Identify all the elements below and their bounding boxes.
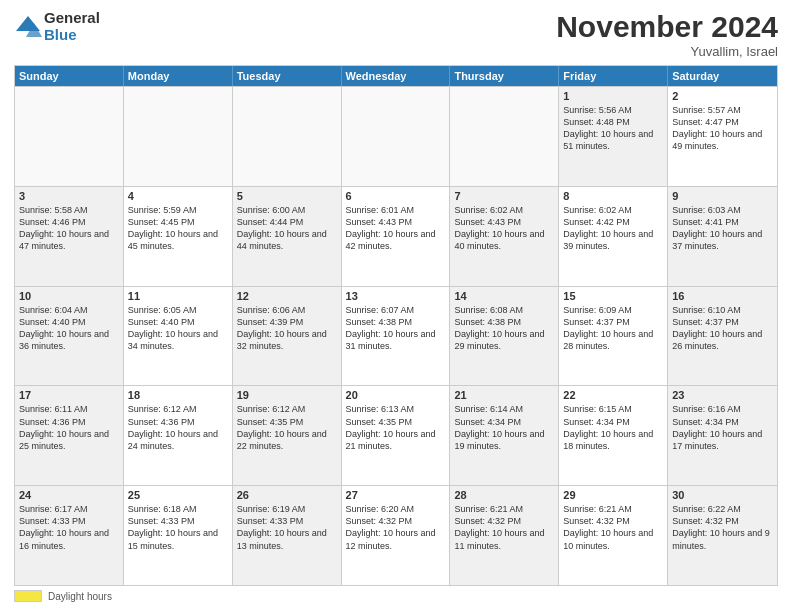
day-number: 29 bbox=[563, 489, 663, 501]
calendar-cell: 27Sunrise: 6:20 AM Sunset: 4:32 PM Dayli… bbox=[342, 486, 451, 585]
calendar-cell: 23Sunrise: 6:16 AM Sunset: 4:34 PM Dayli… bbox=[668, 386, 777, 485]
logo-blue: Blue bbox=[44, 27, 100, 44]
calendar-row: 24Sunrise: 6:17 AM Sunset: 4:33 PM Dayli… bbox=[15, 485, 777, 585]
cell-content: Sunrise: 6:07 AM Sunset: 4:38 PM Dayligh… bbox=[346, 304, 446, 353]
cell-content: Sunrise: 6:21 AM Sunset: 4:32 PM Dayligh… bbox=[563, 503, 663, 552]
calendar-cell: 26Sunrise: 6:19 AM Sunset: 4:33 PM Dayli… bbox=[233, 486, 342, 585]
calendar-cell: 4Sunrise: 5:59 AM Sunset: 4:45 PM Daylig… bbox=[124, 187, 233, 286]
location: Yuvallim, Israel bbox=[556, 44, 778, 59]
day-number: 3 bbox=[19, 190, 119, 202]
calendar-cell: 6Sunrise: 6:01 AM Sunset: 4:43 PM Daylig… bbox=[342, 187, 451, 286]
month-title: November 2024 bbox=[556, 10, 778, 44]
cell-content: Sunrise: 6:19 AM Sunset: 4:33 PM Dayligh… bbox=[237, 503, 337, 552]
cell-content: Sunrise: 6:06 AM Sunset: 4:39 PM Dayligh… bbox=[237, 304, 337, 353]
calendar-cell: 1Sunrise: 5:56 AM Sunset: 4:48 PM Daylig… bbox=[559, 87, 668, 186]
day-number: 6 bbox=[346, 190, 446, 202]
calendar-cell: 5Sunrise: 6:00 AM Sunset: 4:44 PM Daylig… bbox=[233, 187, 342, 286]
calendar-cell: 9Sunrise: 6:03 AM Sunset: 4:41 PM Daylig… bbox=[668, 187, 777, 286]
calendar-row: 1Sunrise: 5:56 AM Sunset: 4:48 PM Daylig… bbox=[15, 86, 777, 186]
cell-content: Sunrise: 5:58 AM Sunset: 4:46 PM Dayligh… bbox=[19, 204, 119, 253]
daylight-swatch bbox=[14, 590, 42, 602]
day-number: 30 bbox=[672, 489, 773, 501]
cell-content: Sunrise: 5:59 AM Sunset: 4:45 PM Dayligh… bbox=[128, 204, 228, 253]
cell-content: Sunrise: 6:00 AM Sunset: 4:44 PM Dayligh… bbox=[237, 204, 337, 253]
calendar-header-cell: Monday bbox=[124, 66, 233, 86]
day-number: 10 bbox=[19, 290, 119, 302]
calendar-cell bbox=[450, 87, 559, 186]
cell-content: Sunrise: 6:12 AM Sunset: 4:36 PM Dayligh… bbox=[128, 403, 228, 452]
calendar-cell bbox=[342, 87, 451, 186]
daylight-label: Daylight hours bbox=[48, 591, 112, 602]
calendar-cell: 18Sunrise: 6:12 AM Sunset: 4:36 PM Dayli… bbox=[124, 386, 233, 485]
logo-icon bbox=[14, 13, 42, 41]
calendar-cell: 11Sunrise: 6:05 AM Sunset: 4:40 PM Dayli… bbox=[124, 287, 233, 386]
day-number: 2 bbox=[672, 90, 773, 102]
day-number: 21 bbox=[454, 389, 554, 401]
cell-content: Sunrise: 6:03 AM Sunset: 4:41 PM Dayligh… bbox=[672, 204, 773, 253]
calendar-cell: 25Sunrise: 6:18 AM Sunset: 4:33 PM Dayli… bbox=[124, 486, 233, 585]
calendar-cell: 17Sunrise: 6:11 AM Sunset: 4:36 PM Dayli… bbox=[15, 386, 124, 485]
cell-content: Sunrise: 6:13 AM Sunset: 4:35 PM Dayligh… bbox=[346, 403, 446, 452]
cell-content: Sunrise: 6:08 AM Sunset: 4:38 PM Dayligh… bbox=[454, 304, 554, 353]
calendar-cell: 2Sunrise: 5:57 AM Sunset: 4:47 PM Daylig… bbox=[668, 87, 777, 186]
cell-content: Sunrise: 6:18 AM Sunset: 4:33 PM Dayligh… bbox=[128, 503, 228, 552]
calendar-cell bbox=[15, 87, 124, 186]
day-number: 5 bbox=[237, 190, 337, 202]
day-number: 17 bbox=[19, 389, 119, 401]
calendar: SundayMondayTuesdayWednesdayThursdayFrid… bbox=[14, 65, 778, 586]
cell-content: Sunrise: 5:56 AM Sunset: 4:48 PM Dayligh… bbox=[563, 104, 663, 153]
calendar-cell: 28Sunrise: 6:21 AM Sunset: 4:32 PM Dayli… bbox=[450, 486, 559, 585]
calendar-cell: 30Sunrise: 6:22 AM Sunset: 4:32 PM Dayli… bbox=[668, 486, 777, 585]
cell-content: Sunrise: 6:20 AM Sunset: 4:32 PM Dayligh… bbox=[346, 503, 446, 552]
cell-content: Sunrise: 6:22 AM Sunset: 4:32 PM Dayligh… bbox=[672, 503, 773, 552]
calendar-row: 10Sunrise: 6:04 AM Sunset: 4:40 PM Dayli… bbox=[15, 286, 777, 386]
day-number: 1 bbox=[563, 90, 663, 102]
calendar-header-cell: Tuesday bbox=[233, 66, 342, 86]
day-number: 26 bbox=[237, 489, 337, 501]
day-number: 24 bbox=[19, 489, 119, 501]
cell-content: Sunrise: 6:04 AM Sunset: 4:40 PM Dayligh… bbox=[19, 304, 119, 353]
logo: General Blue bbox=[14, 10, 100, 43]
day-number: 7 bbox=[454, 190, 554, 202]
day-number: 28 bbox=[454, 489, 554, 501]
calendar-header: SundayMondayTuesdayWednesdayThursdayFrid… bbox=[15, 66, 777, 86]
calendar-cell: 19Sunrise: 6:12 AM Sunset: 4:35 PM Dayli… bbox=[233, 386, 342, 485]
logo-general: General bbox=[44, 10, 100, 27]
calendar-cell: 22Sunrise: 6:15 AM Sunset: 4:34 PM Dayli… bbox=[559, 386, 668, 485]
footer: Daylight hours bbox=[14, 590, 778, 602]
day-number: 27 bbox=[346, 489, 446, 501]
cell-content: Sunrise: 6:12 AM Sunset: 4:35 PM Dayligh… bbox=[237, 403, 337, 452]
header: General Blue November 2024 Yuvallim, Isr… bbox=[14, 10, 778, 59]
calendar-cell: 12Sunrise: 6:06 AM Sunset: 4:39 PM Dayli… bbox=[233, 287, 342, 386]
day-number: 16 bbox=[672, 290, 773, 302]
calendar-header-cell: Sunday bbox=[15, 66, 124, 86]
day-number: 20 bbox=[346, 389, 446, 401]
calendar-cell: 20Sunrise: 6:13 AM Sunset: 4:35 PM Dayli… bbox=[342, 386, 451, 485]
calendar-cell: 8Sunrise: 6:02 AM Sunset: 4:42 PM Daylig… bbox=[559, 187, 668, 286]
day-number: 11 bbox=[128, 290, 228, 302]
day-number: 25 bbox=[128, 489, 228, 501]
day-number: 23 bbox=[672, 389, 773, 401]
calendar-body: 1Sunrise: 5:56 AM Sunset: 4:48 PM Daylig… bbox=[15, 86, 777, 585]
day-number: 4 bbox=[128, 190, 228, 202]
day-number: 19 bbox=[237, 389, 337, 401]
day-number: 12 bbox=[237, 290, 337, 302]
calendar-cell: 14Sunrise: 6:08 AM Sunset: 4:38 PM Dayli… bbox=[450, 287, 559, 386]
calendar-cell: 29Sunrise: 6:21 AM Sunset: 4:32 PM Dayli… bbox=[559, 486, 668, 585]
calendar-cell: 13Sunrise: 6:07 AM Sunset: 4:38 PM Dayli… bbox=[342, 287, 451, 386]
calendar-row: 17Sunrise: 6:11 AM Sunset: 4:36 PM Dayli… bbox=[15, 385, 777, 485]
cell-content: Sunrise: 6:01 AM Sunset: 4:43 PM Dayligh… bbox=[346, 204, 446, 253]
day-number: 14 bbox=[454, 290, 554, 302]
calendar-cell: 3Sunrise: 5:58 AM Sunset: 4:46 PM Daylig… bbox=[15, 187, 124, 286]
day-number: 9 bbox=[672, 190, 773, 202]
calendar-header-cell: Thursday bbox=[450, 66, 559, 86]
cell-content: Sunrise: 6:16 AM Sunset: 4:34 PM Dayligh… bbox=[672, 403, 773, 452]
calendar-cell: 24Sunrise: 6:17 AM Sunset: 4:33 PM Dayli… bbox=[15, 486, 124, 585]
day-number: 13 bbox=[346, 290, 446, 302]
page: General Blue November 2024 Yuvallim, Isr… bbox=[0, 0, 792, 612]
cell-content: Sunrise: 6:02 AM Sunset: 4:42 PM Dayligh… bbox=[563, 204, 663, 253]
calendar-header-cell: Wednesday bbox=[342, 66, 451, 86]
title-block: November 2024 Yuvallim, Israel bbox=[556, 10, 778, 59]
day-number: 8 bbox=[563, 190, 663, 202]
cell-content: Sunrise: 6:21 AM Sunset: 4:32 PM Dayligh… bbox=[454, 503, 554, 552]
